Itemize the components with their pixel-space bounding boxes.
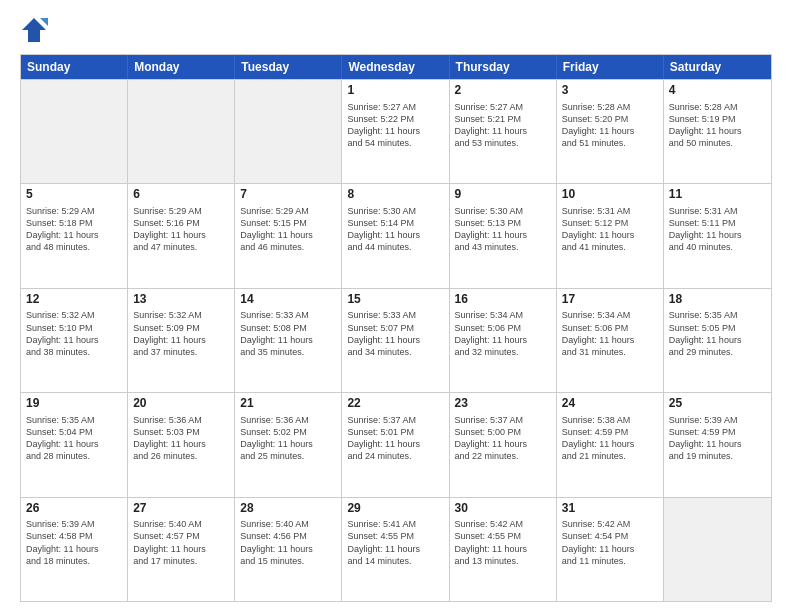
calendar-cell: 25Sunrise: 5:39 AM Sunset: 4:59 PM Dayli… xyxy=(664,393,771,496)
day-number: 26 xyxy=(26,501,122,517)
day-number: 7 xyxy=(240,187,336,203)
calendar-body: 1Sunrise: 5:27 AM Sunset: 5:22 PM Daylig… xyxy=(21,79,771,601)
day-number: 12 xyxy=(26,292,122,308)
day-number: 21 xyxy=(240,396,336,412)
calendar-cell xyxy=(21,80,128,183)
day-info: Sunrise: 5:39 AM Sunset: 4:59 PM Dayligh… xyxy=(669,414,766,463)
day-number: 2 xyxy=(455,83,551,99)
calendar-cell: 2Sunrise: 5:27 AM Sunset: 5:21 PM Daylig… xyxy=(450,80,557,183)
day-info: Sunrise: 5:29 AM Sunset: 5:18 PM Dayligh… xyxy=(26,205,122,254)
svg-marker-0 xyxy=(22,18,46,42)
calendar-week: 12Sunrise: 5:32 AM Sunset: 5:10 PM Dayli… xyxy=(21,288,771,392)
day-number: 13 xyxy=(133,292,229,308)
day-info: Sunrise: 5:29 AM Sunset: 5:15 PM Dayligh… xyxy=(240,205,336,254)
day-number: 8 xyxy=(347,187,443,203)
calendar-header-cell: Wednesday xyxy=(342,55,449,79)
calendar-cell: 14Sunrise: 5:33 AM Sunset: 5:08 PM Dayli… xyxy=(235,289,342,392)
calendar: SundayMondayTuesdayWednesdayThursdayFrid… xyxy=(20,54,772,602)
day-number: 20 xyxy=(133,396,229,412)
day-info: Sunrise: 5:37 AM Sunset: 5:00 PM Dayligh… xyxy=(455,414,551,463)
calendar-cell: 22Sunrise: 5:37 AM Sunset: 5:01 PM Dayli… xyxy=(342,393,449,496)
day-info: Sunrise: 5:34 AM Sunset: 5:06 PM Dayligh… xyxy=(562,309,658,358)
day-info: Sunrise: 5:35 AM Sunset: 5:05 PM Dayligh… xyxy=(669,309,766,358)
calendar-week: 26Sunrise: 5:39 AM Sunset: 4:58 PM Dayli… xyxy=(21,497,771,601)
calendar-cell: 27Sunrise: 5:40 AM Sunset: 4:57 PM Dayli… xyxy=(128,498,235,601)
day-info: Sunrise: 5:28 AM Sunset: 5:20 PM Dayligh… xyxy=(562,101,658,150)
calendar-cell: 16Sunrise: 5:34 AM Sunset: 5:06 PM Dayli… xyxy=(450,289,557,392)
page: SundayMondayTuesdayWednesdayThursdayFrid… xyxy=(0,0,792,612)
day-info: Sunrise: 5:41 AM Sunset: 4:55 PM Dayligh… xyxy=(347,518,443,567)
calendar-week: 1Sunrise: 5:27 AM Sunset: 5:22 PM Daylig… xyxy=(21,79,771,183)
calendar-cell: 5Sunrise: 5:29 AM Sunset: 5:18 PM Daylig… xyxy=(21,184,128,287)
day-info: Sunrise: 5:39 AM Sunset: 4:58 PM Dayligh… xyxy=(26,518,122,567)
logo-icon xyxy=(20,16,48,44)
day-number: 23 xyxy=(455,396,551,412)
calendar-header-cell: Monday xyxy=(128,55,235,79)
calendar-header-cell: Sunday xyxy=(21,55,128,79)
day-info: Sunrise: 5:32 AM Sunset: 5:09 PM Dayligh… xyxy=(133,309,229,358)
calendar-cell: 7Sunrise: 5:29 AM Sunset: 5:15 PM Daylig… xyxy=(235,184,342,287)
day-info: Sunrise: 5:42 AM Sunset: 4:55 PM Dayligh… xyxy=(455,518,551,567)
calendar-header-cell: Saturday xyxy=(664,55,771,79)
calendar-cell: 15Sunrise: 5:33 AM Sunset: 5:07 PM Dayli… xyxy=(342,289,449,392)
day-number: 3 xyxy=(562,83,658,99)
svg-marker-1 xyxy=(40,18,48,26)
day-info: Sunrise: 5:30 AM Sunset: 5:14 PM Dayligh… xyxy=(347,205,443,254)
day-info: Sunrise: 5:36 AM Sunset: 5:02 PM Dayligh… xyxy=(240,414,336,463)
calendar-week: 5Sunrise: 5:29 AM Sunset: 5:18 PM Daylig… xyxy=(21,183,771,287)
day-number: 4 xyxy=(669,83,766,99)
day-info: Sunrise: 5:33 AM Sunset: 5:07 PM Dayligh… xyxy=(347,309,443,358)
calendar-cell: 23Sunrise: 5:37 AM Sunset: 5:00 PM Dayli… xyxy=(450,393,557,496)
calendar-cell: 11Sunrise: 5:31 AM Sunset: 5:11 PM Dayli… xyxy=(664,184,771,287)
day-number: 1 xyxy=(347,83,443,99)
day-info: Sunrise: 5:29 AM Sunset: 5:16 PM Dayligh… xyxy=(133,205,229,254)
day-number: 24 xyxy=(562,396,658,412)
calendar-cell: 26Sunrise: 5:39 AM Sunset: 4:58 PM Dayli… xyxy=(21,498,128,601)
day-info: Sunrise: 5:40 AM Sunset: 4:57 PM Dayligh… xyxy=(133,518,229,567)
day-info: Sunrise: 5:31 AM Sunset: 5:12 PM Dayligh… xyxy=(562,205,658,254)
calendar-cell: 19Sunrise: 5:35 AM Sunset: 5:04 PM Dayli… xyxy=(21,393,128,496)
day-number: 18 xyxy=(669,292,766,308)
calendar-cell: 24Sunrise: 5:38 AM Sunset: 4:59 PM Dayli… xyxy=(557,393,664,496)
day-number: 29 xyxy=(347,501,443,517)
day-number: 30 xyxy=(455,501,551,517)
calendar-cell: 9Sunrise: 5:30 AM Sunset: 5:13 PM Daylig… xyxy=(450,184,557,287)
day-number: 27 xyxy=(133,501,229,517)
calendar-cell: 8Sunrise: 5:30 AM Sunset: 5:14 PM Daylig… xyxy=(342,184,449,287)
calendar-cell xyxy=(664,498,771,601)
day-info: Sunrise: 5:38 AM Sunset: 4:59 PM Dayligh… xyxy=(562,414,658,463)
day-number: 17 xyxy=(562,292,658,308)
calendar-cell: 18Sunrise: 5:35 AM Sunset: 5:05 PM Dayli… xyxy=(664,289,771,392)
day-number: 15 xyxy=(347,292,443,308)
day-number: 16 xyxy=(455,292,551,308)
day-info: Sunrise: 5:36 AM Sunset: 5:03 PM Dayligh… xyxy=(133,414,229,463)
day-number: 5 xyxy=(26,187,122,203)
day-info: Sunrise: 5:33 AM Sunset: 5:08 PM Dayligh… xyxy=(240,309,336,358)
day-number: 28 xyxy=(240,501,336,517)
day-number: 10 xyxy=(562,187,658,203)
calendar-cell: 20Sunrise: 5:36 AM Sunset: 5:03 PM Dayli… xyxy=(128,393,235,496)
day-number: 31 xyxy=(562,501,658,517)
day-info: Sunrise: 5:37 AM Sunset: 5:01 PM Dayligh… xyxy=(347,414,443,463)
calendar-cell: 17Sunrise: 5:34 AM Sunset: 5:06 PM Dayli… xyxy=(557,289,664,392)
calendar-cell: 28Sunrise: 5:40 AM Sunset: 4:56 PM Dayli… xyxy=(235,498,342,601)
header xyxy=(20,16,772,44)
logo xyxy=(20,16,52,44)
calendar-cell: 31Sunrise: 5:42 AM Sunset: 4:54 PM Dayli… xyxy=(557,498,664,601)
day-info: Sunrise: 5:27 AM Sunset: 5:22 PM Dayligh… xyxy=(347,101,443,150)
day-info: Sunrise: 5:31 AM Sunset: 5:11 PM Dayligh… xyxy=(669,205,766,254)
calendar-week: 19Sunrise: 5:35 AM Sunset: 5:04 PM Dayli… xyxy=(21,392,771,496)
day-info: Sunrise: 5:42 AM Sunset: 4:54 PM Dayligh… xyxy=(562,518,658,567)
calendar-cell: 10Sunrise: 5:31 AM Sunset: 5:12 PM Dayli… xyxy=(557,184,664,287)
day-info: Sunrise: 5:34 AM Sunset: 5:06 PM Dayligh… xyxy=(455,309,551,358)
day-info: Sunrise: 5:27 AM Sunset: 5:21 PM Dayligh… xyxy=(455,101,551,150)
day-number: 25 xyxy=(669,396,766,412)
day-info: Sunrise: 5:32 AM Sunset: 5:10 PM Dayligh… xyxy=(26,309,122,358)
calendar-cell: 3Sunrise: 5:28 AM Sunset: 5:20 PM Daylig… xyxy=(557,80,664,183)
day-number: 6 xyxy=(133,187,229,203)
calendar-cell: 1Sunrise: 5:27 AM Sunset: 5:22 PM Daylig… xyxy=(342,80,449,183)
day-info: Sunrise: 5:28 AM Sunset: 5:19 PM Dayligh… xyxy=(669,101,766,150)
calendar-cell xyxy=(235,80,342,183)
calendar-header-row: SundayMondayTuesdayWednesdayThursdayFrid… xyxy=(21,55,771,79)
day-info: Sunrise: 5:35 AM Sunset: 5:04 PM Dayligh… xyxy=(26,414,122,463)
